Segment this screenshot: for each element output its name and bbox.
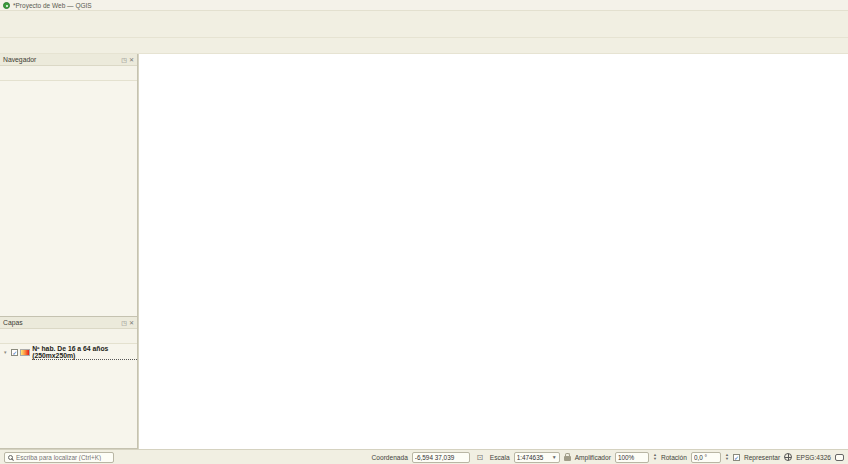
- map-canvas-area: [138, 54, 848, 449]
- crs-globe-icon: [784, 453, 792, 461]
- render-label: Representar: [744, 454, 780, 461]
- layers-close-icon[interactable]: ✕: [129, 319, 134, 326]
- browser-panel-header: Navegador ◳ ✕: [0, 54, 137, 66]
- magnifier-input[interactable]: [618, 454, 646, 461]
- magnifier-label: Amplificador: [575, 454, 611, 461]
- browser-panel: Navegador ◳ ✕: [0, 54, 137, 317]
- browser-float-icon[interactable]: ◳: [121, 56, 127, 63]
- locator-input[interactable]: [16, 454, 106, 461]
- browser-tree: [0, 81, 137, 316]
- layer-raster-icon: [20, 349, 30, 356]
- locator-search[interactable]: [4, 452, 114, 463]
- layer-name[interactable]: Nº hab. De 16 a 64 años (250mx250m): [32, 345, 137, 360]
- coordinate-input[interactable]: [415, 454, 467, 461]
- layers-float-icon[interactable]: ◳: [121, 319, 127, 326]
- window-title: *Proyecto de Web — QGIS: [13, 2, 92, 9]
- scale-lock-icon[interactable]: [564, 456, 571, 461]
- extents-toggle-icon[interactable]: ⊡: [474, 451, 486, 463]
- browser-panel-title: Navegador: [3, 56, 36, 63]
- messages-icon[interactable]: [835, 454, 844, 461]
- browser-toolbar: [0, 66, 137, 81]
- qgis-logo-icon: [3, 2, 10, 9]
- left-docks: Navegador ◳ ✕ Capas ◳ ✕: [0, 54, 138, 449]
- scale-dropdown-icon[interactable]: ▼: [552, 454, 557, 460]
- layer-checkbox[interactable]: ✓: [11, 349, 18, 356]
- toolbar-row-1: [0, 22, 848, 38]
- layer-item[interactable]: ▾ ✓ Nº hab. De 16 a 64 años (250mx250m): [2, 346, 137, 358]
- rotation-stepper[interactable]: ▲▼: [725, 453, 729, 461]
- layers-toolbar: [0, 329, 137, 344]
- map-canvas[interactable]: [139, 54, 439, 204]
- menubar: [0, 11, 848, 22]
- crs-value[interactable]: EPSG:4326: [796, 454, 831, 461]
- layers-panel-title: Capas: [3, 319, 23, 326]
- scale-input[interactable]: [517, 454, 552, 461]
- layers-tree: ▾ ✓ Nº hab. De 16 a 64 años (250mx250m): [0, 344, 137, 448]
- titlebar: *Proyecto de Web — QGIS: [0, 0, 848, 11]
- search-icon: [8, 455, 13, 460]
- toolbar-row-2: [0, 38, 848, 54]
- layers-panel-header: Capas ◳ ✕: [0, 317, 137, 329]
- layers-panel: Capas ◳ ✕ ▾ ✓ Nº hab. De 16 a 64 años (2…: [0, 317, 137, 449]
- rotation-label: Rotación: [661, 454, 687, 461]
- statusbar: Coordenada ⊡ Escala ▼ Amplificador ▲▼ Ro…: [0, 449, 848, 464]
- magnifier-stepper[interactable]: ▲▼: [653, 453, 657, 461]
- coordinate-label: Coordenada: [372, 454, 408, 461]
- qgis-window: *Proyecto de Web — QGIS Navegador ◳ ✕ Ca…: [0, 0, 848, 464]
- main-area: Navegador ◳ ✕ Capas ◳ ✕: [0, 54, 848, 449]
- render-checkbox[interactable]: ✓: [733, 454, 740, 461]
- browser-close-icon[interactable]: ✕: [129, 56, 134, 63]
- rotation-input[interactable]: [694, 454, 718, 461]
- scale-label: Escala: [490, 454, 510, 461]
- layer-expander-icon[interactable]: ▾: [4, 349, 9, 355]
